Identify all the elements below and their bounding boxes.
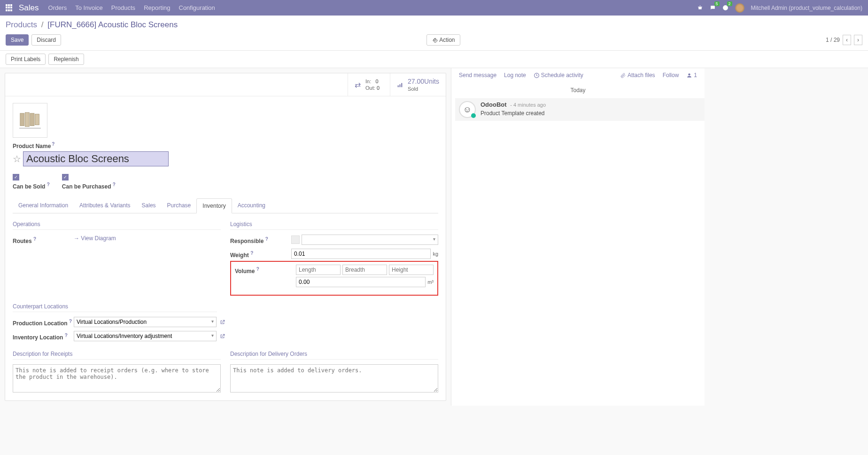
screen-icon bbox=[17, 110, 43, 131]
chat-message: ☺ OdooBot - 4 minutes ago Product Templa… bbox=[455, 98, 705, 121]
control-bar: Save Discard Action 1 / 29 ‹ › bbox=[0, 31, 868, 51]
stat-sold[interactable]: 27.00Units Sold bbox=[390, 73, 446, 96]
section-counterpart: Counterpart Locations bbox=[13, 303, 217, 312]
follow-link[interactable]: Follow bbox=[663, 72, 679, 78]
chat-author: OdooBot bbox=[480, 101, 507, 108]
app-brand[interactable]: Sales bbox=[19, 3, 39, 13]
form-sheet: ⇄ In: 0 Out: 0 27.00Units Sold bbox=[5, 73, 446, 401]
chat-today-label: Today bbox=[459, 87, 697, 94]
tab-inventory[interactable]: Inventory bbox=[196, 198, 232, 213]
action-row: Print Labels Replenish bbox=[0, 51, 868, 68]
svg-rect-6 bbox=[35, 114, 39, 125]
tab-accounting[interactable]: Accounting bbox=[232, 198, 271, 213]
section-logistics: Logistics bbox=[230, 221, 438, 230]
weight-label: Weight ? bbox=[230, 249, 291, 259]
section-desc-receipts: Description for Receipts bbox=[13, 351, 221, 360]
production-location-input[interactable] bbox=[74, 317, 217, 327]
section-operations: Operations bbox=[13, 221, 221, 230]
routes-label: Routes ? bbox=[13, 235, 74, 244]
bot-avatar: ☺ bbox=[459, 101, 476, 118]
responsible-label: Responsible ? bbox=[230, 235, 291, 244]
pager-text: 1 / 29 bbox=[826, 37, 840, 43]
stat-buttons: ⇄ In: 0 Out: 0 27.00Units Sold bbox=[5, 73, 446, 96]
product-name-input[interactable] bbox=[23, 151, 169, 166]
svg-rect-4 bbox=[25, 113, 29, 127]
view-diagram-link[interactable]: → View Diagram bbox=[74, 235, 116, 242]
inventory-location-input[interactable] bbox=[74, 331, 217, 341]
debug-icon[interactable] bbox=[697, 4, 703, 11]
bars-icon bbox=[397, 80, 403, 89]
clock-icon bbox=[534, 72, 540, 78]
follower-count[interactable]: 1 bbox=[686, 72, 697, 78]
tab-general[interactable]: General Information bbox=[13, 198, 74, 213]
apps-icon[interactable] bbox=[6, 4, 13, 12]
product-name-label: Product Name? bbox=[13, 141, 54, 149]
svg-point-9 bbox=[689, 73, 690, 75]
paperclip-icon bbox=[620, 72, 626, 78]
pager-prev[interactable]: ‹ bbox=[843, 35, 851, 45]
user-avatar[interactable] bbox=[735, 3, 744, 13]
production-location-label: Production Location ? bbox=[13, 317, 74, 327]
height-input[interactable] bbox=[389, 265, 434, 275]
stat-transfers[interactable]: ⇄ In: 0 Out: 0 bbox=[348, 73, 390, 96]
action-button[interactable]: Action bbox=[426, 34, 460, 46]
transfer-icon: ⇄ bbox=[355, 80, 361, 89]
activity-icon[interactable]: 2 bbox=[722, 4, 728, 11]
schedule-activity-link[interactable]: Schedule activity bbox=[534, 72, 583, 78]
volume-label: Volume ? bbox=[235, 265, 296, 275]
desc-receipts-textarea[interactable] bbox=[13, 364, 221, 392]
desc-delivery-textarea[interactable] bbox=[230, 364, 438, 392]
external-link-icon[interactable] bbox=[219, 318, 225, 326]
main-menu: Orders To Invoice Products Reporting Con… bbox=[48, 4, 697, 11]
svg-rect-0 bbox=[398, 86, 399, 87]
messaging-icon[interactable]: 5 bbox=[710, 4, 716, 11]
section-desc-delivery: Description for Delivery Orders bbox=[230, 351, 438, 360]
print-labels-button[interactable]: Print Labels bbox=[6, 54, 46, 65]
breadth-input[interactable] bbox=[342, 265, 387, 275]
attach-files-link[interactable]: Attach files bbox=[620, 72, 655, 78]
weight-unit: kg bbox=[433, 251, 438, 257]
volume-input[interactable] bbox=[296, 277, 426, 287]
svg-rect-3 bbox=[20, 114, 24, 126]
log-note-link[interactable]: Log note bbox=[504, 72, 526, 78]
product-image[interactable] bbox=[13, 103, 47, 138]
tab-purchase[interactable]: Purchase bbox=[162, 198, 197, 213]
inventory-location-label: Inventory Location ? bbox=[13, 331, 74, 341]
gear-icon bbox=[432, 37, 438, 43]
menu-to-invoice[interactable]: To Invoice bbox=[75, 4, 103, 11]
weight-input[interactable] bbox=[291, 249, 431, 259]
can-be-purchased-checkbox[interactable]: ✓ bbox=[62, 174, 69, 180]
menu-orders[interactable]: Orders bbox=[48, 4, 67, 11]
responsible-input[interactable] bbox=[302, 235, 438, 245]
svg-rect-2 bbox=[401, 83, 402, 87]
can-be-sold-label: Can be Sold ? bbox=[13, 182, 50, 190]
user-name[interactable]: Mitchell Admin (product_volume_calculati… bbox=[751, 5, 862, 11]
menu-products[interactable]: Products bbox=[111, 4, 135, 11]
svg-rect-5 bbox=[30, 114, 34, 126]
replenish-button[interactable]: Replenish bbox=[48, 54, 84, 65]
chat-time: - 4 minutes ago bbox=[510, 102, 546, 108]
can-be-sold-checkbox[interactable]: ✓ bbox=[13, 174, 19, 180]
tab-attributes[interactable]: Attributes & Variants bbox=[74, 198, 136, 213]
responsible-avatar bbox=[291, 235, 300, 244]
volume-unit: m³ bbox=[427, 279, 434, 285]
pager: 1 / 29 ‹ › bbox=[826, 35, 862, 45]
menu-configuration[interactable]: Configuration bbox=[179, 4, 215, 11]
tab-sales[interactable]: Sales bbox=[136, 198, 162, 213]
chatter: Send message Log note Schedule activity … bbox=[451, 68, 705, 406]
breadcrumb: Products / [FURN_6666] Acoustic Bloc Scr… bbox=[0, 16, 868, 31]
breadcrumb-root[interactable]: Products bbox=[6, 20, 37, 29]
save-button[interactable]: Save bbox=[6, 34, 29, 46]
favorite-star-icon[interactable]: ☆ bbox=[13, 153, 21, 165]
top-nav: Sales Orders To Invoice Products Reporti… bbox=[0, 0, 868, 16]
svg-rect-1 bbox=[399, 85, 400, 87]
send-message-link[interactable]: Send message bbox=[459, 72, 496, 78]
chat-body: Product Template created bbox=[480, 110, 546, 117]
discard-button[interactable]: Discard bbox=[31, 34, 61, 46]
pager-next[interactable]: › bbox=[854, 35, 862, 45]
length-input[interactable] bbox=[296, 265, 341, 275]
external-link-icon[interactable] bbox=[219, 332, 225, 340]
menu-reporting[interactable]: Reporting bbox=[144, 4, 170, 11]
can-be-purchased-label: Can be Purchased ? bbox=[62, 182, 116, 190]
user-icon bbox=[686, 72, 692, 78]
